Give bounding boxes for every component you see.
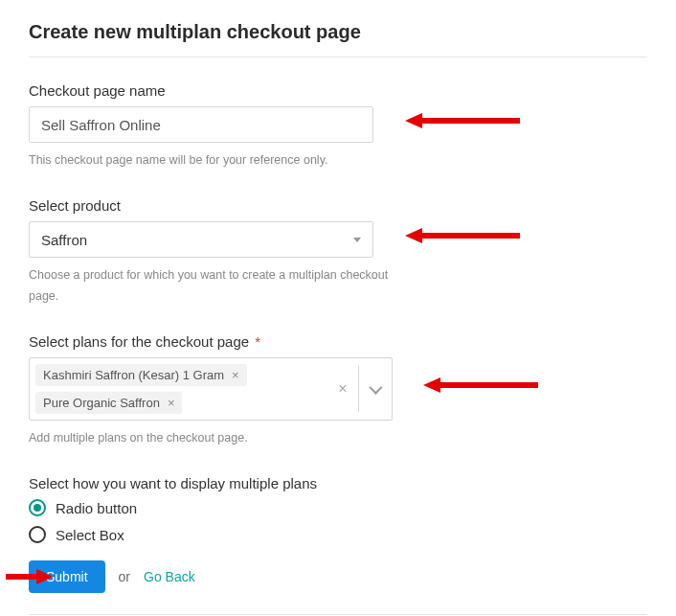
radio-option-label: Select Box <box>56 527 124 543</box>
checkout-name-label: Checkout page name <box>29 82 647 99</box>
checkout-name-input[interactable] <box>29 106 373 143</box>
clear-all-icon[interactable]: × <box>327 380 358 398</box>
checkout-name-helper: This checkout page name will be for your… <box>29 150 412 171</box>
divider-top <box>29 57 647 57</box>
field-display-mode: Select how you want to display multiple … <box>29 475 647 543</box>
radio-option-label: Radio button <box>56 500 137 516</box>
submit-button[interactable]: Submit <box>29 560 105 593</box>
product-select[interactable]: Saffron <box>29 221 373 258</box>
radio-option-select-box[interactable]: Select Box <box>29 526 647 543</box>
annotation-arrow <box>405 111 530 130</box>
tag-remove-icon[interactable]: × <box>168 397 175 409</box>
display-radio-group: Radio button Select Box <box>29 499 647 543</box>
multiselect-toggle[interactable] <box>359 384 390 394</box>
product-label: Select product <box>29 197 647 214</box>
plan-tag: Kashmiri Saffron (Kesar) 1 Gram × <box>35 364 247 386</box>
or-separator: or <box>119 569 130 584</box>
form-actions: Submit or Go Back <box>29 560 647 593</box>
plan-tag-label: Pure Organic Saffron <box>43 396 160 410</box>
tag-remove-icon[interactable]: × <box>232 369 239 381</box>
radio-icon <box>29 526 46 543</box>
plan-tag-label: Kashmiri Saffron (Kesar) 1 Gram <box>43 368 224 382</box>
plans-label-text: Select plans for the checkout page <box>29 333 249 350</box>
plans-label: Select plans for the checkout page * <box>29 333 647 350</box>
product-helper: Choose a product for which you want to c… <box>29 265 412 307</box>
caret-down-icon <box>353 238 361 242</box>
field-plans: Select plans for the checkout page * Kas… <box>29 333 647 448</box>
field-checkout-name: Checkout page name This checkout page na… <box>29 82 647 171</box>
multiselect-controls: × <box>326 358 392 420</box>
svg-marker-1 <box>405 228 520 243</box>
svg-marker-2 <box>423 377 538 393</box>
field-product: Select product Saffron Choose a product … <box>29 197 647 307</box>
plans-helper: Add multiple plans on the checkout page. <box>29 428 412 448</box>
plans-tags-container: Kashmiri Saffron (Kesar) 1 Gram × Pure O… <box>30 358 326 420</box>
annotation-arrow <box>423 376 548 395</box>
annotation-arrow <box>405 226 530 245</box>
display-label: Select how you want to display multiple … <box>29 475 647 491</box>
page-title: Create new multiplan checkout page <box>29 21 647 43</box>
chevron-down-icon <box>369 380 382 394</box>
radio-icon <box>29 499 46 516</box>
plan-tag: Pure Organic Saffron × <box>35 392 182 414</box>
required-marker: * <box>255 333 260 350</box>
radio-option-radio-button[interactable]: Radio button <box>29 499 647 516</box>
plans-multiselect[interactable]: Kashmiri Saffron (Kesar) 1 Gram × Pure O… <box>29 357 393 421</box>
go-back-link[interactable]: Go Back <box>144 569 195 584</box>
svg-marker-0 <box>405 113 520 128</box>
divider-bottom <box>29 614 647 615</box>
product-select-value: Saffron <box>41 232 87 248</box>
